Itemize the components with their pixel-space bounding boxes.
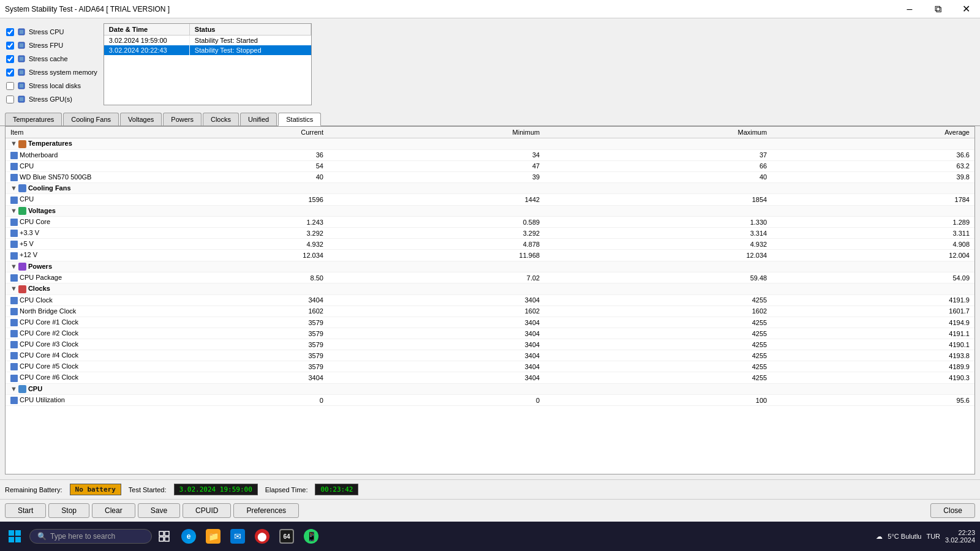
item-name: +3.3 V <box>6 228 140 239</box>
item-maximum: 3.314 <box>545 228 772 239</box>
item-name: North Bridge Clock <box>6 305 140 317</box>
checkbox-stress-gpus[interactable] <box>6 96 14 103</box>
item-name: CPU Package <box>6 272 140 283</box>
group-name: ▼CPU <box>6 383 974 395</box>
group-name: ▼Temperatures <box>6 138 974 150</box>
tab-statistics[interactable]: Statistics <box>278 113 321 126</box>
tab-voltages[interactable]: Voltages <box>120 113 162 126</box>
whatsapp-icon-taskbar[interactable]: 📱 <box>299 522 323 551</box>
sidebar-item-stress-cache: Stress cache <box>5 53 99 65</box>
tab-temperatures[interactable]: Temperatures <box>5 113 62 126</box>
group-row-temperatures: ▼Temperatures <box>6 138 974 150</box>
battery-value: No battery <box>70 484 121 495</box>
tab-clocks[interactable]: Clocks <box>203 113 239 126</box>
sidebar-label-stress-system-memory[interactable]: Stress system memory <box>29 69 97 76</box>
save-button[interactable]: Save <box>138 503 180 518</box>
item-maximum: 37 <box>545 149 772 160</box>
item-average: 12.004 <box>772 250 974 261</box>
item-maximum: 59.48 <box>545 272 772 283</box>
item-maximum: 1.330 <box>545 217 772 228</box>
item-name: CPU Core #6 Clock <box>6 372 140 383</box>
clock-display: 22:23 3.02.2024 <box>945 529 975 544</box>
restore-button[interactable]: ⧉ <box>924 0 952 18</box>
col-header-current: Current <box>140 127 328 138</box>
table-row: CPU Package8.507.0259.4854.09 <box>6 272 974 283</box>
sidebar-label-stress-cache[interactable]: Stress cache <box>29 55 68 62</box>
cpuid-button[interactable]: CPUID <box>183 503 231 518</box>
item-average: 95.6 <box>772 395 974 406</box>
item-current: 40 <box>140 171 328 182</box>
stop-button[interactable]: Stop <box>48 503 89 518</box>
expand-icon[interactable]: ▼ <box>10 207 17 214</box>
expand-icon[interactable]: ▼ <box>10 184 17 192</box>
expand-icon[interactable]: ▼ <box>10 285 17 292</box>
item-icon <box>10 152 18 159</box>
item-minimum: 39 <box>328 171 545 182</box>
item-current: 3404 <box>140 294 328 305</box>
checkbox-stress-cpu[interactable] <box>6 28 14 36</box>
minimize-button[interactable]: – <box>895 0 924 18</box>
tab-cooling-fans[interactable]: Cooling Fans <box>63 113 119 126</box>
start-button[interactable]: Start <box>5 503 46 518</box>
item-current: 3579 <box>140 350 328 361</box>
checkbox-stress-local-disks[interactable] <box>6 82 14 90</box>
app5-icon-taskbar[interactable]: ⬤ <box>250 522 274 551</box>
edge-icon-taskbar[interactable]: e <box>176 522 201 551</box>
checkbox-stress-fpu[interactable] <box>6 42 14 50</box>
close-button[interactable]: Close <box>930 503 975 518</box>
item-current: 3579 <box>140 339 328 350</box>
task-view-button[interactable] <box>152 522 176 551</box>
status-log: Date & Time Status 3.02.2024 19:59:00Sta… <box>104 23 312 105</box>
log-row[interactable]: 3.02.2024 20:22:43Stability Test: Stoppe… <box>104 45 311 55</box>
aida64-icon-taskbar[interactable]: 64 <box>274 522 299 551</box>
item-average: 63.2 <box>772 160 974 171</box>
item-minimum: 3.292 <box>328 228 545 239</box>
task-view-icon <box>159 531 170 542</box>
test-started-label: Test Started: <box>129 486 167 493</box>
item-average: 4193.8 <box>772 350 974 361</box>
checkbox-stress-system-memory[interactable] <box>6 69 14 77</box>
item-average: 1.289 <box>772 217 974 228</box>
item-maximum: 4255 <box>545 294 772 305</box>
start-menu-button[interactable] <box>0 522 29 551</box>
tab-powers[interactable]: Powers <box>163 113 202 126</box>
item-maximum: 1854 <box>545 194 772 205</box>
log-row[interactable]: 3.02.2024 19:59:00Stability Test: Starte… <box>104 36 311 45</box>
item-minimum: 47 <box>328 160 545 171</box>
log-cell-datetime: 3.02.2024 19:59:00 <box>104 36 190 45</box>
tab-unified[interactable]: Unified <box>240 113 277 126</box>
mail-icon-taskbar[interactable]: ✉ <box>225 522 250 551</box>
sidebar-item-stress-fpu: Stress FPU <box>5 39 99 51</box>
col-header-minimum: Minimum <box>328 127 545 138</box>
explorer-icon-taskbar[interactable]: 📁 <box>201 522 225 551</box>
checkbox-stress-cache[interactable] <box>6 55 14 63</box>
expand-icon[interactable]: ▼ <box>10 140 17 147</box>
cpu-icon <box>17 54 26 64</box>
sidebar-label-stress-local-disks[interactable]: Stress local disks <box>29 82 81 89</box>
item-name: CPU Core <box>6 217 140 228</box>
item-icon <box>10 230 18 237</box>
item-name: CPU Core #3 Clock <box>6 339 140 350</box>
group-name: ▼Voltages <box>6 205 974 217</box>
expand-icon[interactable]: ▼ <box>10 385 17 392</box>
window-close-button[interactable]: ✕ <box>952 0 980 18</box>
item-icon <box>10 163 18 170</box>
table-row: CPU54476663.2 <box>6 160 974 171</box>
sidebar-label-stress-gpus[interactable]: Stress GPU(s) <box>29 96 72 103</box>
group-icon <box>18 263 26 271</box>
clear-button[interactable]: Clear <box>92 503 135 518</box>
preferences-button[interactable]: Preferences <box>233 503 299 518</box>
svg-rect-17 <box>165 531 169 536</box>
main-content[interactable]: ItemCurrentMinimumMaximumAverage ▼Temper… <box>5 126 975 474</box>
search-bar[interactable]: 🔍 Type here to search <box>29 529 152 544</box>
svg-rect-15 <box>15 537 21 542</box>
sidebar-label-stress-fpu[interactable]: Stress FPU <box>29 42 63 49</box>
expand-icon[interactable]: ▼ <box>10 263 17 270</box>
sidebar-label-stress-cpu[interactable]: Stress CPU <box>29 28 64 36</box>
log-cell-status: Stability Test: Stopped <box>190 45 311 55</box>
item-maximum: 1602 <box>545 305 772 317</box>
item-maximum: 40 <box>545 171 772 182</box>
windows-icon <box>9 530 21 542</box>
weather-text: 5°C Bulutlu <box>888 533 921 540</box>
elapsed-time-label: Elapsed Time: <box>265 486 308 493</box>
